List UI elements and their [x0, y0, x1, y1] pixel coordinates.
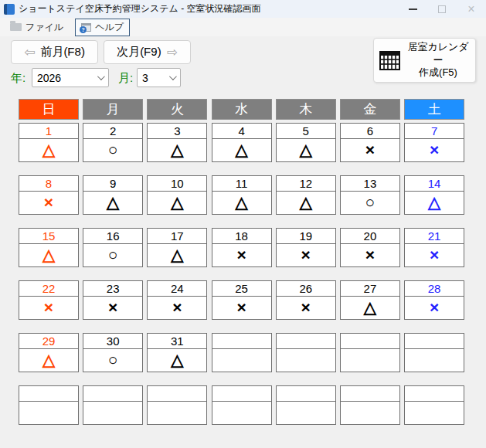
chevron-down-icon — [97, 73, 105, 80]
availability-symbol: △ — [148, 139, 206, 161]
day-number: 19 — [277, 229, 335, 244]
empty-day-cell — [404, 385, 464, 425]
calendar-grid: 1△2○3△4△5△6×7×8×9△10△11△12△13○14△15△16○1… — [19, 123, 464, 425]
next-month-button[interactable]: 次月(F9) ⇨ — [104, 40, 191, 64]
day-number: 21 — [405, 229, 464, 244]
day-number: 5 — [277, 124, 335, 139]
day-number: 14 — [405, 176, 464, 192]
availability-symbol: × — [19, 297, 78, 318]
day-number: 16 — [83, 229, 142, 244]
day-number — [212, 386, 271, 402]
day-number: 20 — [341, 229, 399, 244]
day-cell-30[interactable]: 30○ — [83, 333, 143, 372]
availability-symbol — [277, 349, 335, 371]
day-cell-14[interactable]: 14△ — [404, 175, 464, 215]
day-cell-20[interactable]: 20× — [340, 228, 400, 267]
day-number: 12 — [277, 176, 335, 192]
day-number: 28 — [405, 281, 464, 297]
month-select[interactable]: 3 — [137, 68, 181, 87]
day-cell-2[interactable]: 2○ — [83, 123, 143, 162]
empty-day-cell — [19, 385, 79, 425]
availability-symbol: △ — [277, 192, 335, 213]
day-cell-26[interactable]: 26× — [276, 280, 336, 320]
day-cell-31[interactable]: 31△ — [147, 333, 207, 372]
availability-symbol — [341, 349, 399, 371]
day-cell-16[interactable]: 16○ — [83, 228, 143, 267]
availability-symbol: × — [405, 297, 464, 318]
day-cell-28[interactable]: 28× — [404, 280, 464, 320]
prev-month-button[interactable]: ⇦ 前月(F8) — [11, 40, 98, 64]
availability-symbol: × — [405, 244, 464, 266]
close-button[interactable]: × — [457, 0, 486, 18]
availability-symbol: ○ — [83, 244, 142, 266]
day-cell-15[interactable]: 15△ — [19, 228, 79, 267]
day-number: 13 — [341, 176, 399, 192]
day-cell-10[interactable]: 10△ — [147, 175, 207, 215]
minimize-button[interactable] — [398, 0, 427, 18]
availability-symbol: △ — [83, 192, 142, 213]
day-cell-5[interactable]: 5△ — [276, 123, 336, 162]
day-number: 17 — [148, 229, 206, 244]
maximize-icon — [438, 5, 446, 13]
menu-help[interactable]: ヘルプ — [75, 19, 130, 36]
availability-symbol: × — [148, 297, 206, 318]
availability-symbol — [405, 349, 464, 371]
empty-day-cell — [276, 385, 336, 425]
day-cell-25[interactable]: 25× — [212, 280, 272, 320]
day-cell-23[interactable]: 23× — [83, 280, 143, 320]
weekday-header-金: 金 — [340, 99, 400, 120]
day-cell-12[interactable]: 12△ — [276, 175, 336, 215]
availability-symbol: △ — [148, 244, 206, 266]
day-cell-19[interactable]: 19× — [276, 228, 336, 267]
day-number — [277, 386, 335, 402]
day-cell-18[interactable]: 18× — [212, 228, 272, 267]
day-cell-21[interactable]: 21× — [404, 228, 464, 267]
day-cell-11[interactable]: 11△ — [212, 175, 272, 215]
day-number — [405, 386, 464, 402]
day-cell-4[interactable]: 4△ — [212, 123, 272, 162]
day-number: 2 — [83, 124, 142, 139]
maximize-button[interactable] — [427, 0, 457, 18]
availability-symbol — [212, 402, 271, 423]
availability-symbol — [405, 402, 464, 423]
day-cell-17[interactable]: 17△ — [147, 228, 207, 267]
availability-symbol: △ — [277, 139, 335, 161]
availability-symbol: △ — [212, 192, 271, 213]
day-cell-8[interactable]: 8× — [19, 175, 79, 215]
room-calendar-create-label: 居室カレンダー 作成(F5) — [406, 41, 470, 80]
day-cell-3[interactable]: 3△ — [147, 123, 207, 162]
window-controls: × — [398, 0, 486, 18]
calendar-week-row: 8×9△10△11△12△13○14△ — [19, 175, 464, 215]
minimize-icon — [409, 8, 417, 10]
day-cell-9[interactable]: 9△ — [83, 175, 143, 215]
menu-help-label: ヘルプ — [95, 21, 124, 34]
availability-symbol: △ — [341, 297, 399, 318]
year-select[interactable]: 2026 — [32, 68, 109, 87]
availability-symbol: × — [405, 139, 464, 161]
menu-file[interactable]: ファイル — [5, 19, 69, 36]
day-number: 25 — [212, 281, 271, 297]
availability-calendar: 日月火水木金土 1△2○3△4△5△6×7×8×9△10△11△12△13○14… — [19, 99, 464, 425]
calendar-week-row: 15△16○17△18×19×20×21× — [19, 228, 464, 267]
day-cell-7[interactable]: 7× — [404, 123, 464, 162]
empty-day-cell — [212, 385, 272, 425]
availability-symbol: △ — [19, 244, 78, 266]
month-value: 3 — [142, 72, 148, 84]
day-number: 15 — [19, 229, 78, 244]
day-cell-24[interactable]: 24× — [147, 280, 207, 320]
room-calendar-create-button[interactable]: 居室カレンダー 作成(F5) — [373, 38, 476, 83]
availability-symbol: △ — [148, 349, 206, 371]
day-number: 24 — [148, 281, 206, 297]
day-number: 18 — [212, 229, 271, 244]
day-cell-13[interactable]: 13○ — [340, 175, 400, 215]
day-number — [19, 386, 78, 402]
day-number: 11 — [212, 176, 271, 192]
day-cell-1[interactable]: 1△ — [19, 123, 79, 162]
title-bar: ショートステイ空床予約管理システム - 空室状況確認画面 × — [0, 0, 486, 18]
day-cell-22[interactable]: 22× — [19, 280, 79, 320]
day-cell-29[interactable]: 29△ — [19, 333, 79, 372]
empty-day-cell — [276, 333, 336, 372]
weekday-header-土: 土 — [404, 99, 464, 120]
day-cell-6[interactable]: 6× — [340, 123, 400, 162]
day-cell-27[interactable]: 27△ — [340, 280, 400, 320]
